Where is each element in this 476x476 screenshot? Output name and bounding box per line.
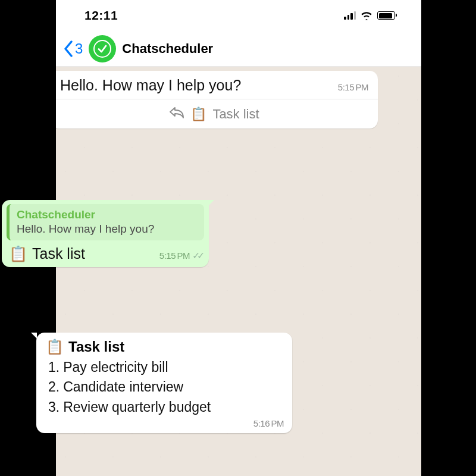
back-count: 3: [75, 40, 83, 57]
clipboard-icon: 📋: [190, 107, 206, 122]
chat-title[interactable]: Chatscheduler: [122, 41, 213, 57]
chevron-left-icon: [63, 40, 74, 57]
reply-quote-sender: Chatscheduler: [17, 208, 198, 221]
status-bar: 12:11: [56, 0, 421, 31]
reply-icon: [169, 106, 184, 123]
clipboard-icon: 📋: [46, 339, 64, 355]
status-time: 12:11: [84, 8, 118, 23]
message-incoming-1[interactable]: Hello. How may I help you? 5:15 PM 📋 Tas…: [56, 71, 378, 129]
message-time: 5:16 PM: [46, 418, 284, 428]
chat-header: 3 Chatscheduler: [56, 31, 421, 67]
message-text: 📋 Task list: [9, 245, 152, 262]
reply-quote-block[interactable]: Chatscheduler Hello. How may I help you?: [7, 204, 204, 240]
avatar[interactable]: [89, 35, 116, 62]
status-icons: [344, 11, 395, 20]
message-outgoing-reply[interactable]: Chatscheduler Hello. How may I help you?…: [2, 200, 209, 267]
message-text: Hello. How may I help you?: [60, 77, 330, 94]
reply-quote-text: Hello. How may I help you?: [17, 223, 198, 236]
message-time: 5:15 PM: [338, 82, 368, 92]
wifi-icon: [361, 11, 372, 20]
quick-reply-label: Task list: [212, 107, 259, 122]
list-item: 1.Pay electricity bill: [48, 358, 284, 377]
clipboard-icon: 📋: [9, 245, 27, 262]
tasklist-items: 1.Pay electricity bill 2.Candidate inter…: [46, 358, 284, 417]
battery-icon: [377, 11, 395, 20]
quick-reply-button[interactable]: 📋 Task list: [56, 99, 378, 129]
message-incoming-tasklist[interactable]: 📋 Task list 1.Pay electricity bill 2.Can…: [36, 333, 292, 433]
read-ticks-icon: ✓✓: [192, 250, 202, 261]
tasklist-title: Task list: [68, 339, 124, 355]
list-item: 2.Candidate interview: [48, 377, 284, 397]
signal-icon: [344, 11, 356, 20]
back-button[interactable]: 3: [63, 40, 83, 57]
checkmark-icon: [93, 40, 111, 58]
message-time: 5:15 PM: [159, 250, 190, 261]
list-item: 3.Review quarterly budget: [48, 397, 284, 417]
